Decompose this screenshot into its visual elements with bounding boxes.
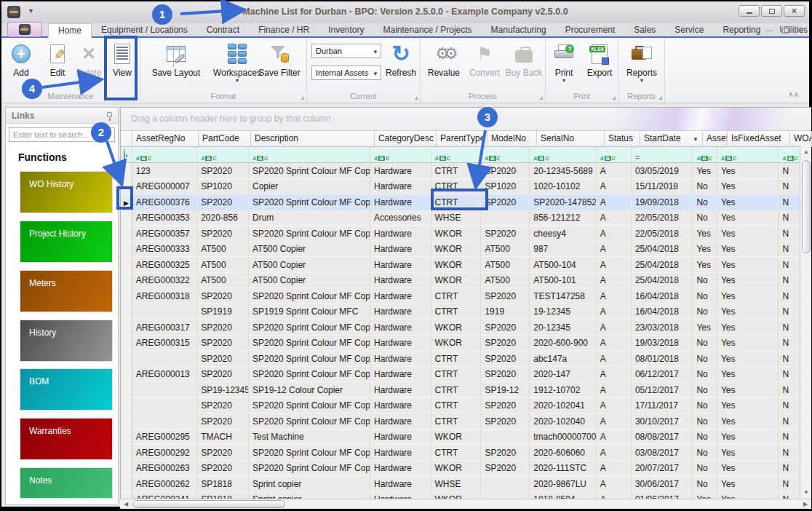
grid-cell[interactable]	[481, 476, 530, 492]
grid-cell[interactable]: SP1919	[197, 304, 249, 320]
column-header-status[interactable]: Status	[605, 131, 640, 147]
grid-cell[interactable]: A	[597, 336, 632, 352]
grid-cell[interactable]: No	[693, 336, 717, 352]
grid-cell[interactable]: SP2020 Sprint Colour MF Copier	[249, 367, 370, 383]
row-indicator-cell[interactable]	[121, 367, 132, 383]
add-button[interactable]: + Add	[4, 41, 38, 78]
grid-cell[interactable]: No	[693, 273, 717, 289]
grid-cell[interactable]: A	[597, 461, 632, 477]
grid-cell[interactable]: SP1020	[197, 179, 249, 195]
grid-cell[interactable]: WKOR	[431, 336, 482, 352]
grid-cell[interactable]: No	[693, 304, 717, 320]
grid-cell[interactable]: SP2020	[481, 194, 530, 210]
vertical-scrollbar[interactable]: ▲ ▼	[800, 146, 811, 499]
row-indicator-cell[interactable]	[121, 336, 132, 352]
grid-cell[interactable]: N	[779, 382, 800, 398]
row-indicator-cell[interactable]	[121, 382, 132, 398]
grid-cell[interactable]: N	[779, 351, 800, 367]
application-menu-button[interactable]	[7, 22, 42, 37]
grid-cell[interactable]: 2020-102040	[530, 413, 596, 429]
table-row[interactable]: AREG000013SP2020SP2020 Sprint Colour MF …	[121, 367, 800, 383]
column-header-partcode[interactable]: PartCode	[199, 131, 251, 147]
grid-cell[interactable]: AREG000318	[132, 288, 197, 304]
grid-cell[interactable]: Hardware	[370, 304, 431, 320]
grid-cell[interactable]: SP19-12 Colour Copier	[249, 382, 370, 398]
grid-cell[interactable]: SP2020	[481, 461, 530, 477]
grid-cell[interactable]: WKOR	[431, 461, 482, 477]
grid-cell[interactable]: 17/11/2017	[632, 398, 693, 414]
filter-cell-woa[interactable]: ABC	[779, 147, 800, 163]
tab-finance-hr[interactable]: Finance / HR	[249, 23, 319, 38]
row-indicator-cell[interactable]	[121, 273, 132, 289]
grid-cell[interactable]: A	[597, 320, 632, 336]
grid-cell[interactable]: Yes	[717, 194, 779, 210]
dialog-launcher-icon[interactable]	[539, 96, 543, 100]
grid-cell[interactable]: WKOR	[431, 320, 482, 336]
grid-cell[interactable]: Hardware	[370, 367, 431, 383]
grid-cell[interactable]: SP2020 Sprint Colour MF Copier	[249, 413, 370, 429]
grid-cell[interactable]: A	[597, 210, 632, 226]
grid-cell[interactable]: N	[779, 429, 800, 445]
grid-cell[interactable]: Yes	[693, 320, 717, 336]
grid-cell[interactable]: Hardware	[370, 336, 431, 352]
grid-cell[interactable]: AREG000295	[132, 429, 197, 445]
grid-cell[interactable]: 25/04/2018	[632, 273, 693, 289]
tab-inventory[interactable]: Inventory	[319, 23, 373, 38]
grid-cell[interactable]: SP2020	[481, 398, 530, 414]
grid-cell[interactable]: SP2020 Sprint Colour MF Copier	[249, 336, 370, 352]
grid-cell[interactable]: N	[779, 273, 800, 289]
filter-cell-parenttype[interactable]: ABC	[431, 147, 482, 163]
grid-cell[interactable]: N	[779, 304, 800, 320]
grid-cell[interactable]: SP2020 Sprint Colour MF Copier	[249, 288, 370, 304]
filter-cell-status[interactable]: ABC	[597, 147, 632, 163]
minimize-button[interactable]	[739, 5, 760, 17]
grid-cell[interactable]: N	[779, 445, 800, 461]
grid-cell[interactable]: SP1919 Sprint Colour MFC	[249, 304, 370, 320]
grid-cell[interactable]: Test Machine	[249, 429, 370, 445]
grid-cell[interactable]: Yes	[717, 382, 779, 398]
export-button[interactable]: XLSX Export	[582, 41, 617, 78]
function-button-notes[interactable]: Notes	[20, 467, 113, 499]
grid-cell[interactable]: Hardware	[370, 257, 431, 273]
grid-cell[interactable]: 16/04/2018	[632, 304, 693, 320]
function-button-history[interactable]: History	[20, 320, 113, 362]
row-indicator-cell[interactable]	[121, 257, 132, 273]
grid-cell[interactable]: AT500	[481, 242, 530, 258]
table-row[interactable]: AREG000262SP1818Sprint copierHardwareWHS…	[121, 476, 800, 492]
grid-cell[interactable]: No	[693, 351, 717, 367]
dialog-launcher-icon[interactable]	[612, 96, 616, 100]
grid-cell[interactable]: 1020-10102	[530, 179, 596, 195]
grid-cell[interactable]: A	[597, 226, 632, 242]
grid-cell[interactable]: 25/04/2018	[632, 242, 693, 258]
grid-cell[interactable]: Yes	[693, 257, 717, 273]
grid-cell[interactable]: No	[693, 398, 717, 414]
grid-cell[interactable]: Yes	[717, 398, 779, 414]
grid-cell[interactable]: CTRT	[431, 413, 482, 429]
grid-cell[interactable]: N	[779, 242, 800, 258]
tab-sales[interactable]: Sales	[624, 23, 665, 38]
row-indicator-cell[interactable]	[121, 210, 132, 226]
grid-cell[interactable]: Drum	[249, 210, 370, 226]
grid-cell[interactable]: 25/04/2018	[632, 257, 693, 273]
grid-cell[interactable]: 23/03/2018	[632, 320, 693, 336]
grid-cell[interactable]: AT500 Copier	[249, 242, 370, 258]
grid-cell[interactable]: SP2020	[197, 336, 249, 352]
dialog-launcher-icon[interactable]	[300, 96, 304, 100]
grid-cell[interactable]: 123	[132, 163, 197, 179]
table-row[interactable]: AREG000318SP2020SP2020 Sprint Colour MF …	[121, 288, 800, 304]
grid-cell[interactable]: AT500 Copier	[249, 273, 370, 289]
row-indicator-cell[interactable]	[121, 288, 132, 304]
grid-cell[interactable]: Yes	[717, 476, 779, 492]
grid-cell[interactable]: SP2020	[197, 226, 249, 242]
grid-cell[interactable]: SP2020	[197, 194, 249, 210]
grid-cell[interactable]: SP2020 Sprint Colour MF Copier	[249, 194, 370, 210]
grid-cell[interactable]	[132, 351, 197, 367]
grid-cell[interactable]: A	[597, 273, 632, 289]
function-button-warranties[interactable]: Warranties	[20, 418, 113, 460]
function-button-project-history[interactable]: Project History	[20, 221, 113, 263]
grid-cell[interactable]: No	[693, 476, 717, 492]
pin-icon[interactable]	[107, 112, 112, 117]
grid-cell[interactable]: SP2020	[197, 367, 249, 383]
grid-cell[interactable]: 20/07/2017	[632, 461, 693, 477]
row-indicator-cell[interactable]	[121, 429, 132, 445]
